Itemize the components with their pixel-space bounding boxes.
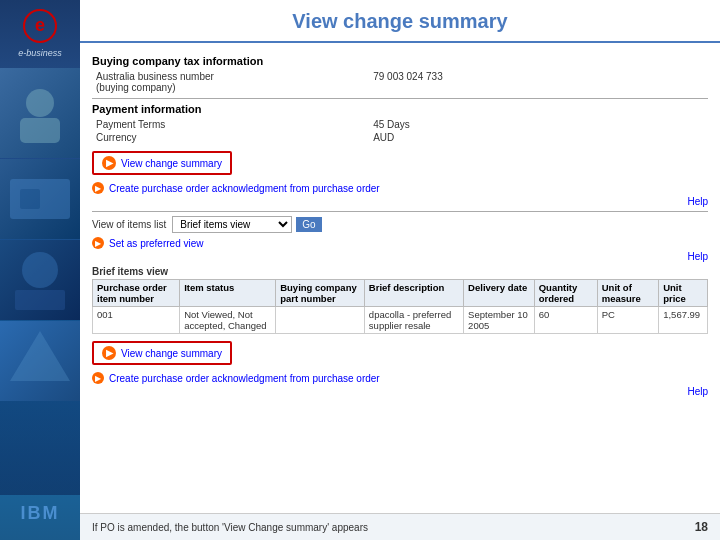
buying-company-section-label: Buying company tax information xyxy=(92,55,708,67)
view-change-label-bottom: View change summary xyxy=(121,348,222,359)
create-acknowledgment-link-bottom[interactable]: ▶ Create purchase order acknowledgment f… xyxy=(92,372,708,384)
table-row: Currency AUD xyxy=(92,131,708,144)
table-row: 001 Not Viewed, Not accepted, Changed dp… xyxy=(93,307,708,334)
page-number: 18 xyxy=(695,520,708,534)
ibm-logo: IBM xyxy=(21,503,60,524)
arrow-icon-top: ▶ xyxy=(102,156,116,170)
col-item-status: Item status xyxy=(180,280,276,307)
currency-label: Currency xyxy=(92,131,369,144)
sidebar-photo-area xyxy=(0,68,80,495)
view-change-summary-top-row: ▶ View change summary xyxy=(92,148,708,178)
cell-qty-ordered: 60 xyxy=(534,307,597,334)
cell-unit-measure: PC xyxy=(597,307,658,334)
col-qty-ordered: Quantity ordered xyxy=(534,280,597,307)
e-business-text: e-business xyxy=(18,48,62,58)
view-change-label-top: View change summary xyxy=(121,158,222,169)
table-header-row: Purchase order item number Item status B… xyxy=(93,280,708,307)
svg-text:e: e xyxy=(35,15,45,35)
create-acknowledgment-label-bottom: Create purchase order acknowledgment fro… xyxy=(109,373,380,384)
arrow-icon-bottom: ▶ xyxy=(102,346,116,360)
create-acknowledgment-link[interactable]: ▶ Create purchase order acknowledgment f… xyxy=(92,182,708,194)
abn-value: 79 003 024 733 xyxy=(369,70,708,94)
svg-rect-7 xyxy=(15,290,65,310)
help-label-bottom: Help xyxy=(687,386,708,397)
link-arrow-icon-1: ▶ xyxy=(92,182,104,194)
table-row: Payment Terms 45 Days xyxy=(92,118,708,131)
create-acknowledgment-label: Create purchase order acknowledgment fro… xyxy=(109,183,380,194)
view-items-label: View of items list xyxy=(92,219,166,230)
sidebar: e e-business IBM xyxy=(0,0,80,540)
col-buying-part: Buying company part number xyxy=(276,280,365,307)
view-items-row: View of items list Brief items view Full… xyxy=(92,216,708,233)
main-area: View change summary Buying company tax i… xyxy=(80,0,720,540)
svg-rect-5 xyxy=(20,189,40,209)
payment-terms-label: Payment Terms xyxy=(92,118,369,131)
brief-items-table: Purchase order item number Item status B… xyxy=(92,279,708,334)
table-row: Australia business number(buying company… xyxy=(92,70,708,94)
svg-rect-3 xyxy=(20,118,60,143)
set-preferred-label: Set as preferred view xyxy=(109,238,204,249)
payment-terms-value: 45 Days xyxy=(369,118,708,131)
brief-items-section-label: Brief items view xyxy=(92,266,708,277)
help-label-top: Help xyxy=(687,196,708,207)
cell-unit-price: 1,567.99 xyxy=(659,307,708,334)
link-arrow-icon-3: ▶ xyxy=(92,372,104,384)
items-table-container: Brief items view Purchase order item num… xyxy=(92,266,708,334)
e-business-logo: e xyxy=(17,8,63,44)
col-unit-measure: Unit of measure xyxy=(597,280,658,307)
divider-1 xyxy=(92,98,708,99)
link-arrow-icon-2: ▶ xyxy=(92,237,104,249)
help-link-bottom[interactable]: Help xyxy=(92,386,708,397)
svg-marker-8 xyxy=(10,331,70,381)
cell-buying-part xyxy=(276,307,365,334)
view-items-select[interactable]: Brief items view Full items view xyxy=(172,216,292,233)
view-change-summary-bottom-button[interactable]: ▶ View change summary xyxy=(92,341,232,365)
payment-table: Payment Terms 45 Days Currency AUD xyxy=(92,118,708,144)
col-unit-price: Unit price xyxy=(659,280,708,307)
cell-delivery-date: September 10 2005 xyxy=(464,307,535,334)
help-link-items[interactable]: Help xyxy=(92,251,708,262)
abn-label: Australia business number(buying company… xyxy=(92,70,369,94)
content-area: Buying company tax information Australia… xyxy=(80,43,720,513)
view-change-summary-bottom-row: ▶ View change summary xyxy=(92,338,708,368)
col-brief-desc: Brief description xyxy=(364,280,463,307)
currency-value: AUD xyxy=(369,131,708,144)
page-header: View change summary xyxy=(80,0,720,43)
col-item-number: Purchase order item number xyxy=(93,280,180,307)
cell-brief-desc: dpacolla - preferred supplier resale xyxy=(364,307,463,334)
set-preferred-view-link[interactable]: ▶ Set as preferred view xyxy=(92,237,708,249)
cell-item-number: 001 xyxy=(93,307,180,334)
view-change-summary-top-button[interactable]: ▶ View change summary xyxy=(92,151,232,175)
col-delivery-date: Delivery date xyxy=(464,280,535,307)
help-link-top[interactable]: Help xyxy=(92,196,708,207)
help-label-items: Help xyxy=(687,251,708,262)
cell-item-status: Not Viewed, Not accepted, Changed xyxy=(180,307,276,334)
page-footer: If PO is amended, the button 'View Chang… xyxy=(80,513,720,540)
footer-text: If PO is amended, the button 'View Chang… xyxy=(92,522,368,533)
sidebar-bottom: IBM xyxy=(0,495,80,532)
svg-point-2 xyxy=(26,89,54,117)
svg-point-6 xyxy=(22,252,58,288)
buying-company-table: Australia business number(buying company… xyxy=(92,70,708,94)
page-title: View change summary xyxy=(100,10,700,33)
payment-section-label: Payment information xyxy=(92,103,708,115)
divider-2 xyxy=(92,211,708,212)
go-button[interactable]: Go xyxy=(296,217,321,232)
